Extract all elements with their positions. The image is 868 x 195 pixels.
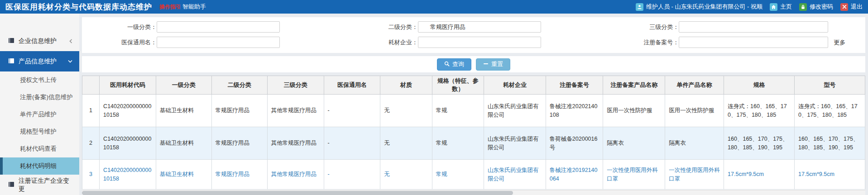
cell-company: 山东朱氏药业集团有限公司	[484, 127, 546, 160]
cell-seq: 3	[82, 160, 100, 190]
sidebar-item-code-view[interactable]: 耗材代码查看	[0, 140, 79, 157]
common-name-input[interactable]	[157, 37, 280, 48]
cell-cat1: 基础卫生材料	[156, 95, 211, 127]
user-icon	[636, 3, 643, 11]
cell-common: -	[324, 95, 380, 127]
button-bar: 查询 重置	[82, 56, 865, 72]
cat3-label: 三级分类：	[604, 23, 679, 31]
horizontal-scrollbar[interactable]	[82, 190, 865, 195]
user-info-label: 维护人员 - 山东朱氏药业集团有限公司 - 祝顺	[646, 3, 762, 11]
sidebar-item-enterprise-info[interactable]: 企业信息维护	[0, 31, 79, 51]
cell-single: 一次性使用医用外科口罩	[665, 160, 724, 190]
cell-code: C1402020000000010158	[100, 95, 156, 127]
cell-feature: 常规	[432, 95, 484, 127]
search-panel: 一级分类： 二级分类： 三级分类： 医保通用名：	[82, 17, 865, 53]
cell-spec: 160、165、170、175、180、185、190、195	[724, 127, 795, 160]
col-header-cat3: 三级分类	[267, 76, 324, 95]
logout-button[interactable]: 退出	[840, 3, 863, 11]
sidebar-item-auth-doc-upload[interactable]: 授权文书上传	[0, 71, 79, 89]
cat2-input[interactable]	[418, 21, 541, 33]
col-header-cat2: 二级分类	[211, 76, 267, 95]
cell-feature: 常规	[432, 160, 484, 190]
col-header-model: 型号	[795, 76, 865, 95]
cell-model: 连身式：160、165、170、175、180、185	[795, 95, 865, 127]
cell-company: 山东朱氏药业集团有限公司	[484, 95, 546, 127]
common-name-label: 医保通用名：	[82, 38, 157, 47]
sidebar-item-product-info[interactable]: 产品信息维护	[0, 51, 79, 71]
table-header-row: 医用耗材代码 一级分类 二级分类 三级分类 医保通用名 材质 规格（特征、参数）…	[82, 76, 865, 95]
app-window: 医保医用耗材分类与代码数据库动态维护 操作指引 智能助手 维护人员 - 山东朱氏…	[0, 0, 868, 195]
logout-button-label: 退出	[851, 3, 863, 11]
cat1-label: 一级分类：	[82, 23, 157, 31]
col-header-single: 单件产品名称	[665, 76, 724, 95]
field-regno: 注册备案号： 更多	[604, 37, 865, 48]
col-header-feature: 规格（特征、参数）	[432, 76, 484, 95]
sidebar-item-label: 注册证生产企业变更	[19, 177, 73, 193]
col-header-regno: 注册备案号	[546, 76, 603, 95]
scrollbar-thumb[interactable]	[82, 191, 513, 195]
query-button[interactable]: 查询	[437, 58, 471, 71]
cell-cat1: 基础卫生材料	[156, 160, 211, 190]
smart-assistant-link[interactable]: 智能助手	[182, 3, 206, 11]
field-cat1: 一级分类：	[82, 21, 343, 33]
regno-input[interactable]	[679, 37, 828, 48]
book-icon	[8, 58, 14, 65]
sidebar-item-regcert-company-change[interactable]: 注册证生产企业变更	[0, 175, 79, 195]
cell-seq: 1	[82, 95, 100, 127]
cell-regno: 鲁荷械备20200016号	[546, 127, 603, 160]
cell-regno: 鲁械注准20192140064	[546, 160, 603, 190]
sidebar-item-registration-info[interactable]: 注册(备案)信息维护	[0, 89, 79, 106]
home-button[interactable]: 主页	[770, 3, 792, 11]
table-row[interactable]: 3 C1402020000000010158 基础卫生材料 常规医疗用品 其他常…	[82, 160, 865, 190]
user-info: 维护人员 - 山东朱氏药业集团有限公司 - 祝顺	[636, 3, 762, 11]
cell-material: 无	[380, 127, 432, 160]
cell-cat2: 常规医疗用品	[211, 95, 267, 127]
field-cat3: 三级分类：	[604, 21, 865, 33]
table-row[interactable]: 2 C1402020000000010158 基础卫生材料 常规医疗用品 其他常…	[82, 127, 865, 160]
col-header-common: 医保通用名	[324, 76, 380, 95]
lock-icon	[799, 3, 807, 11]
regno-label: 注册备案号：	[604, 38, 679, 47]
cell-material: 无	[380, 160, 432, 190]
topbar-right-cluster: 维护人员 - 山东朱氏药业集团有限公司 - 祝顺 主页 修改密码 退出	[636, 3, 863, 11]
more-link[interactable]: 更多	[834, 38, 845, 47]
cell-cat3: 其他常规医疗用品	[267, 127, 324, 160]
table-row[interactable]: 1 C1402020000000010158 基础卫生材料 常规医疗用品 其他常…	[82, 95, 865, 127]
cell-regname: 一次性使用医用外科口罩	[603, 160, 665, 190]
minus-icon	[483, 61, 489, 68]
sidebar-item-spec-model[interactable]: 规格型号维护	[0, 123, 79, 140]
cell-code-link[interactable]: C1402020000000010158	[100, 160, 156, 190]
product-submenu: 授权文书上传 注册(备案)信息维护 单件产品维护 规格型号维护 耗材代码查看 耗…	[0, 71, 79, 175]
cell-single: 隔离衣	[665, 127, 724, 160]
cat3-input[interactable]	[679, 21, 828, 33]
col-header-code: 医用耗材代码	[100, 76, 156, 95]
company-label: 耗材企业：	[343, 38, 418, 47]
cell-spec: 连身式：160、165、170、175、180、185	[724, 95, 795, 127]
reset-button[interactable]: 重置	[476, 58, 510, 71]
cell-regname: 隔离衣	[603, 127, 665, 160]
cell-model: 17.5cm*9.5cm	[795, 160, 865, 190]
cell-cat2: 常规医疗用品	[211, 127, 267, 160]
cat1-input[interactable]	[157, 21, 280, 33]
reset-button-label: 重置	[491, 60, 503, 68]
company-input[interactable]	[418, 37, 541, 48]
col-header-company: 耗材企业	[484, 76, 546, 95]
query-button-label: 查询	[452, 60, 464, 68]
change-password-label: 修改密码	[810, 3, 833, 11]
operation-guide-link[interactable]: 操作指引	[159, 3, 181, 11]
sidebar-item-code-detail[interactable]: 耗材代码明细	[0, 157, 79, 175]
cell-common: -	[324, 160, 380, 190]
search-icon	[444, 61, 450, 68]
field-company: 耗材企业：	[343, 37, 604, 48]
cell-cat3: 其他常规医疗用品	[267, 95, 324, 127]
main-content: 一级分类： 二级分类： 三级分类： 医保通用名：	[79, 14, 868, 195]
home-button-label: 主页	[780, 3, 792, 11]
sidebar-item-single-product[interactable]: 单件产品维护	[0, 106, 79, 123]
chevron-left-icon	[69, 38, 73, 44]
cell-regname: 医用一次性防护服	[603, 95, 665, 127]
cell-cat1: 基础卫生材料	[156, 127, 211, 160]
results-table: 医用耗材代码 一级分类 二级分类 三级分类 医保通用名 材质 规格（特征、参数）…	[82, 76, 865, 190]
cell-cat3: 其他常规医疗用品	[267, 160, 324, 190]
cell-seq: 2	[82, 127, 100, 160]
change-password-button[interactable]: 修改密码	[799, 3, 833, 11]
